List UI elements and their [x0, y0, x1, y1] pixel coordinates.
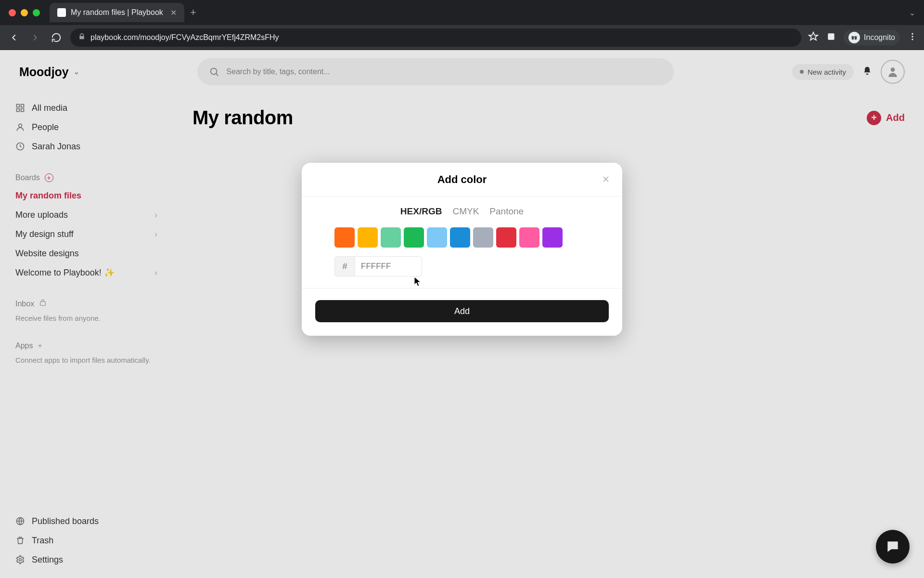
incognito-badge[interactable]: Incognito	[844, 30, 900, 45]
trash-icon	[15, 536, 25, 545]
address-bar[interactable]: playbook.com/moodjoy/FCVyAzcBqmrYEfj4ZRM…	[70, 28, 801, 47]
svg-rect-10	[17, 109, 20, 112]
inbox-section-header: Inbox	[10, 296, 163, 312]
boards-title: Boards	[15, 173, 40, 182]
back-button[interactable]	[7, 30, 21, 45]
svg-rect-14	[40, 302, 46, 305]
svg-rect-8	[17, 105, 20, 107]
add-button[interactable]: + Add	[867, 111, 905, 125]
chevron-right-icon: ›	[154, 229, 157, 239]
sidebar-board-my-design-stuff[interactable]: My design stuff ›	[10, 224, 163, 244]
apps-title: Apps	[15, 342, 33, 350]
color-swatch[interactable]	[450, 227, 470, 248]
forward-button[interactable]	[28, 30, 42, 45]
tabs-overflow-icon[interactable]: ⌄	[909, 8, 915, 17]
tab-cmyk[interactable]: CMYK	[452, 206, 479, 217]
svg-point-16	[19, 559, 22, 561]
window-minimize[interactable]	[21, 9, 28, 16]
page-title: My random	[192, 107, 293, 129]
hash-prefix: #	[334, 256, 355, 276]
bookmark-icon[interactable]	[808, 31, 819, 44]
color-swatch[interactable]	[404, 227, 424, 248]
new-tab-button[interactable]: +	[190, 6, 196, 19]
add-board-button[interactable]: +	[45, 173, 53, 182]
grid-icon	[15, 103, 25, 113]
activity-dot-icon	[800, 70, 804, 74]
globe-icon	[15, 516, 25, 526]
extensions-icon[interactable]	[826, 32, 836, 43]
reload-button[interactable]	[49, 30, 64, 45]
incognito-icon	[848, 32, 860, 43]
chevron-right-icon: ›	[154, 268, 157, 278]
notifications-icon[interactable]	[862, 66, 872, 78]
browser-menu-icon[interactable]	[908, 32, 917, 43]
workspace-switcher[interactable]: Moodjoy ⌄	[19, 65, 79, 79]
boards-section-header: Boards +	[10, 170, 163, 186]
tab-pantone[interactable]: Pantone	[489, 206, 524, 217]
color-swatch[interactable]	[334, 227, 355, 248]
svg-rect-9	[21, 105, 24, 107]
avatar[interactable]	[881, 60, 905, 84]
close-tab-icon[interactable]: ✕	[170, 8, 177, 17]
sidebar-board-more-uploads[interactable]: More uploads ›	[10, 205, 163, 224]
svg-point-6	[211, 68, 217, 75]
color-swatch[interactable]	[542, 227, 563, 248]
person-icon	[886, 66, 899, 78]
color-swatch[interactable]	[427, 227, 447, 248]
svg-point-7	[891, 67, 895, 72]
color-swatch[interactable]	[519, 227, 539, 248]
sidebar-item-label: Settings	[32, 555, 63, 565]
chat-widget-button[interactable]	[876, 530, 910, 564]
sidebar-item-label: More uploads	[15, 210, 68, 220]
inbox-hint: Receive files from anyone.	[10, 312, 163, 324]
add-app-button[interactable]: +	[38, 342, 42, 350]
chat-icon	[885, 539, 900, 554]
tab-hex-rgb[interactable]: HEX/RGB	[400, 206, 442, 217]
sidebar-board-my-random-files[interactable]: My random files	[10, 186, 163, 205]
sidebar-item-trash[interactable]: Trash	[10, 531, 173, 550]
new-activity-pill[interactable]: New activity	[792, 64, 854, 80]
sidebar-item-settings[interactable]: Settings	[10, 550, 173, 569]
svg-point-4	[911, 36, 913, 37]
apps-section-header: Apps +	[10, 338, 163, 354]
sidebar-item-published-boards[interactable]: Published boards	[10, 512, 173, 531]
svg-point-12	[19, 124, 22, 127]
sidebar-item-label: Sarah Jonas	[32, 142, 80, 152]
color-format-tabs: HEX/RGB CMYK Pantone	[315, 206, 609, 217]
color-swatch[interactable]	[473, 227, 493, 248]
sidebar-item-label: All media	[32, 103, 67, 113]
svg-rect-11	[21, 109, 24, 112]
search-input[interactable]: Search by title, tags, content...	[197, 58, 674, 85]
sidebar-board-welcome[interactable]: Welcome to Playbook! ✨ ›	[10, 263, 163, 282]
incognito-label: Incognito	[864, 33, 895, 42]
sidebar-item-all-media[interactable]: All media	[10, 98, 163, 118]
close-modal-button[interactable]	[599, 172, 613, 186]
sidebar-item-label: Published boards	[32, 516, 99, 526]
search-icon	[209, 66, 219, 77]
color-swatch[interactable]	[358, 227, 378, 248]
plus-icon: +	[867, 111, 881, 125]
color-swatch[interactable]	[496, 227, 516, 248]
sidebar-board-website-designs[interactable]: Website designs	[10, 244, 163, 263]
svg-point-1	[852, 38, 854, 40]
window-close[interactable]	[9, 9, 16, 16]
tab-title: My random files | Playbook	[71, 8, 163, 17]
sidebar-item-label: Welcome to Playbook! ✨	[15, 267, 115, 278]
svg-point-5	[911, 39, 913, 40]
add-color-button[interactable]: Add	[315, 300, 609, 322]
hex-input[interactable]	[355, 256, 422, 276]
window-zoom[interactable]	[33, 9, 40, 16]
apps-hint: Connect apps to import files automatical…	[10, 354, 163, 366]
favicon-icon: 🗂	[57, 8, 66, 17]
search-placeholder: Search by title, tags, content...	[226, 67, 330, 76]
close-icon	[601, 174, 611, 184]
url-text: playbook.com/moodjoy/FCVyAzcBqmrYEfj4ZRM…	[90, 33, 279, 42]
inbox-title: Inbox	[15, 300, 34, 308]
chevron-right-icon: ›	[154, 210, 157, 220]
browser-tab[interactable]: 🗂 My random files | Playbook ✕	[50, 3, 184, 22]
sidebar-item-recent-person[interactable]: Sarah Jonas	[10, 137, 163, 156]
add-label: Add	[886, 112, 905, 123]
color-swatch[interactable]	[381, 227, 401, 248]
sidebar-item-people[interactable]: People	[10, 118, 163, 137]
svg-rect-0	[828, 33, 834, 39]
